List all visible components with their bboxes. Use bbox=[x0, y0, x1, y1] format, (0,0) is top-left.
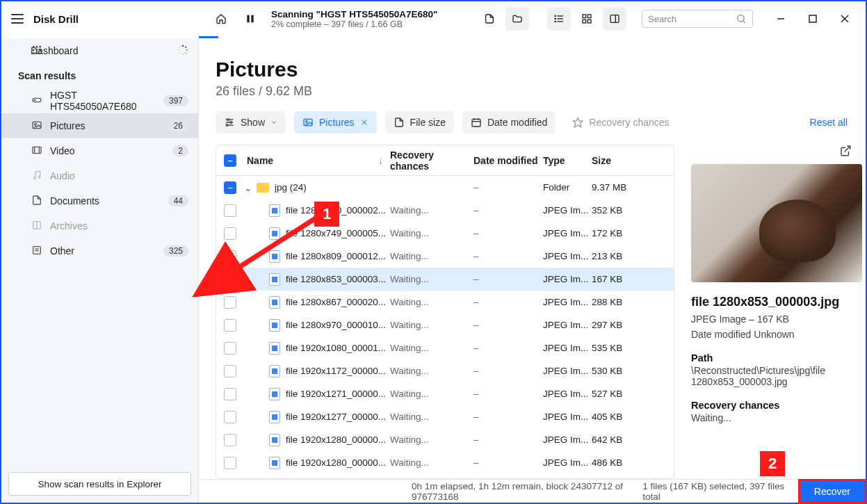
file-size: 297 KB bbox=[592, 320, 647, 330]
detail-path-label: Path bbox=[691, 352, 852, 364]
header-checkbox[interactable]: – bbox=[216, 154, 244, 167]
sidebar-item-label: Archives bbox=[50, 220, 88, 231]
show-in-explorer-button[interactable]: Show scan results in Explorer bbox=[8, 472, 191, 496]
row-checkbox[interactable] bbox=[224, 365, 236, 377]
reset-all-link[interactable]: Reset all bbox=[810, 117, 849, 128]
file-date: – bbox=[473, 434, 543, 445]
close-icon[interactable] bbox=[360, 118, 368, 127]
file-type: JPEG Im... bbox=[543, 457, 592, 468]
grid-view-icon[interactable] bbox=[575, 7, 599, 31]
svg-rect-21 bbox=[36, 46, 38, 48]
sidebar-item-archives[interactable]: Archives bbox=[1, 213, 198, 238]
svg-rect-17 bbox=[809, 15, 816, 22]
svg-line-15 bbox=[743, 21, 745, 23]
table-row[interactable]: file 1280x970_000010...Waiting...–JPEG I… bbox=[216, 314, 674, 336]
col-size[interactable]: Size bbox=[592, 155, 647, 166]
filter-filesize[interactable]: File size bbox=[385, 111, 454, 133]
table-header: – Name ↓ Recovery chances Date modified … bbox=[216, 145, 674, 176]
detail-meta: JPEG Image – 167 KB bbox=[691, 314, 852, 325]
row-checkbox[interactable] bbox=[224, 342, 236, 355]
detail-path: \Reconstructed\Pictures\jpg\file 1280x85… bbox=[691, 365, 852, 387]
svg-line-66 bbox=[845, 146, 850, 152]
table-row[interactable]: file 1920x1277_00000...Waiting...–JPEG I… bbox=[216, 405, 674, 428]
file-recovery: Waiting... bbox=[390, 434, 473, 445]
svg-point-45 bbox=[38, 176, 40, 178]
file-type: JPEG Im... bbox=[543, 297, 592, 307]
file-icon bbox=[394, 117, 405, 128]
filter-recchances[interactable]: Recovery chances bbox=[564, 111, 677, 133]
table-row[interactable]: file 1920x1280_00000...Waiting...–JPEG I… bbox=[216, 428, 674, 451]
svg-rect-37 bbox=[33, 98, 41, 101]
star-icon bbox=[572, 117, 583, 128]
row-checkbox[interactable] bbox=[224, 296, 236, 309]
sidebar-item-other[interactable]: Other325 bbox=[1, 238, 198, 263]
sidebar-item-pictures[interactable]: Pictures26 bbox=[1, 113, 198, 138]
panel-view-icon[interactable] bbox=[603, 7, 626, 31]
file-recovery: Waiting... bbox=[390, 320, 473, 330]
sidebar-item-audio[interactable]: Audio bbox=[1, 163, 198, 188]
svg-point-35 bbox=[178, 49, 179, 51]
folder-icon[interactable] bbox=[505, 7, 529, 31]
show-dropdown[interactable]: Show bbox=[216, 111, 286, 133]
dashboard-icon bbox=[31, 44, 43, 58]
table-row[interactable]: file 1920x1271_00000...Waiting...–JPEG I… bbox=[216, 382, 674, 405]
file-type: JPEG Im... bbox=[543, 389, 592, 399]
home-icon[interactable] bbox=[213, 10, 229, 27]
svg-rect-22 bbox=[39, 46, 41, 48]
sidebar-item-documents[interactable]: Documents44 bbox=[1, 188, 198, 213]
table-row[interactable]: file 1920x1280_00000...Waiting...–JPEG I… bbox=[216, 451, 674, 474]
table-row[interactable]: file 1920x1080_00001...Waiting...–JPEG I… bbox=[216, 336, 674, 359]
sidebar-item-hgst-hts545050a7e680[interactable]: HGST HTS545050A7E680397 bbox=[1, 88, 198, 113]
pause-icon[interactable] bbox=[242, 10, 259, 27]
chevron-down-icon[interactable]: ⌄ bbox=[244, 182, 251, 193]
recover-button[interactable]: Recover bbox=[799, 480, 866, 503]
table-row[interactable]: file 1920x1172_00000...Waiting...–JPEG I… bbox=[216, 359, 674, 382]
row-checkbox[interactable]: – bbox=[224, 181, 236, 194]
hamburger-icon[interactable] bbox=[11, 14, 24, 24]
file-name: file 1920x1280_00000... bbox=[286, 434, 386, 445]
file-name: file 1920x1271_00000... bbox=[286, 389, 386, 399]
detail-rec: Waiting... bbox=[691, 412, 852, 423]
row-checkbox[interactable] bbox=[224, 434, 236, 446]
table-group-row[interactable]: –⌄jpg (24)–Folder9.37 MB bbox=[216, 176, 674, 199]
table-row[interactable]: file 1280x867_000020...Waiting...–JPEG I… bbox=[216, 291, 674, 314]
minimize-button[interactable] bbox=[767, 7, 795, 31]
page-title: Pictures bbox=[216, 58, 849, 81]
open-external-icon[interactable] bbox=[691, 145, 852, 164]
image-file-icon bbox=[269, 411, 280, 423]
topbar-left: Disk Drill bbox=[1, 13, 199, 25]
file-size: 530 KB bbox=[592, 366, 647, 376]
file-icon[interactable] bbox=[478, 7, 501, 31]
sidebar-dashboard[interactable]: Dashboard bbox=[1, 38, 198, 63]
doc-icon bbox=[31, 195, 43, 208]
file-size: 486 KB bbox=[592, 457, 647, 468]
sidebar-item-video[interactable]: Video2 bbox=[1, 138, 198, 163]
row-checkbox[interactable] bbox=[224, 319, 236, 332]
col-date[interactable]: Date modified bbox=[473, 155, 543, 166]
filter-bar: Show Pictures File size Date modified bbox=[199, 107, 866, 145]
scan-info: Scanning "HGST HTS545050A7E680" 2% compl… bbox=[271, 9, 437, 29]
list-view-icon[interactable] bbox=[547, 7, 571, 31]
file-date: – bbox=[473, 205, 543, 216]
other-icon bbox=[31, 245, 43, 258]
picture-icon bbox=[31, 120, 43, 133]
file-type: JPEG Im... bbox=[543, 228, 592, 238]
main-header: Pictures 26 files / 9.62 MB bbox=[199, 38, 866, 107]
maximize-button[interactable] bbox=[799, 7, 827, 31]
filter-datemod[interactable]: Date modified bbox=[462, 111, 556, 133]
svg-point-14 bbox=[738, 15, 744, 22]
row-checkbox[interactable] bbox=[224, 388, 236, 400]
image-file-icon bbox=[269, 388, 280, 400]
row-checkbox[interactable] bbox=[224, 457, 236, 469]
col-recovery[interactable]: Recovery chances bbox=[390, 149, 473, 172]
file-size: 527 KB bbox=[592, 389, 647, 399]
close-button[interactable] bbox=[831, 7, 859, 31]
col-type[interactable]: Type bbox=[543, 155, 592, 166]
svg-rect-8 bbox=[583, 15, 586, 18]
search-input[interactable]: Search bbox=[642, 10, 753, 28]
svg-rect-1 bbox=[251, 15, 253, 23]
row-checkbox[interactable] bbox=[224, 411, 236, 423]
filter-pictures[interactable]: Pictures bbox=[294, 111, 377, 133]
col-name[interactable]: Name ↓ bbox=[244, 155, 390, 166]
file-name: file 1920x1080_00001... bbox=[286, 343, 386, 353]
